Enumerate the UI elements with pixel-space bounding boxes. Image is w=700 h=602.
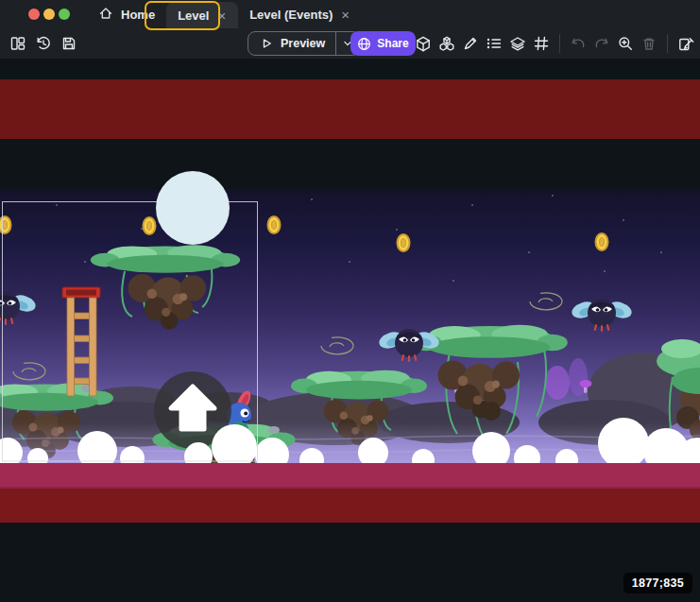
tab-level-close-icon[interactable]: × xyxy=(216,9,227,23)
coin[interactable] xyxy=(144,217,156,234)
undo-button[interactable] xyxy=(568,32,589,55)
share-label: Share xyxy=(377,37,408,50)
coin[interactable] xyxy=(268,216,281,233)
object-groups-button[interactable] xyxy=(436,32,457,55)
tab-level-label: Level xyxy=(178,9,209,23)
globe-icon xyxy=(357,37,371,51)
coin[interactable] xyxy=(0,216,11,233)
tab-level-events-label: Level (Events) xyxy=(249,8,333,22)
objects-panel-button[interactable] xyxy=(413,32,434,55)
tab-bar: Home Level × Level (Events) × xyxy=(87,0,362,28)
scene-top-red-bar xyxy=(0,79,700,139)
properties-button[interactable] xyxy=(460,32,481,55)
toolbar: Preview Share xyxy=(0,28,700,59)
project-manager-button[interactable] xyxy=(8,32,28,55)
cursor-coordinates-badge: 1877;835 xyxy=(623,573,692,593)
gdevelop-window: Home Level × Level (Events) × xyxy=(0,0,700,602)
preview-label: Preview xyxy=(281,37,325,50)
moon[interactable] xyxy=(156,171,230,245)
redo-button[interactable] xyxy=(591,32,612,55)
instances-list-button[interactable] xyxy=(484,32,504,55)
share-button[interactable]: Share xyxy=(350,31,416,56)
save-button[interactable] xyxy=(59,32,79,55)
coin[interactable] xyxy=(398,234,410,251)
toolbar-separator xyxy=(559,34,560,53)
tab-home-label: Home xyxy=(121,8,155,22)
layers-button[interactable] xyxy=(507,32,528,55)
traffic-light-close[interactable] xyxy=(28,9,40,20)
tab-level-events[interactable]: Level (Events) × xyxy=(238,0,362,28)
toolbar-separator xyxy=(667,34,668,53)
edit-scene-button[interactable] xyxy=(675,32,696,55)
title-bar: Home Level × Level (Events) × xyxy=(0,0,700,28)
scene-ground-pink-strip xyxy=(0,462,700,487)
delete-button[interactable] xyxy=(639,32,659,55)
play-icon xyxy=(259,36,274,51)
traffic-light-minimize[interactable] xyxy=(43,9,55,20)
preview-button[interactable]: Preview xyxy=(248,31,360,56)
tab-level[interactable]: Level × xyxy=(166,2,238,28)
tab-level-events-close-icon[interactable]: × xyxy=(340,8,350,22)
scene-ground-red-bar xyxy=(0,487,700,523)
grid-button[interactable] xyxy=(531,32,552,55)
scene-canvas[interactable] xyxy=(0,139,700,463)
home-icon xyxy=(98,6,113,24)
preview-button-main[interactable]: Preview xyxy=(248,32,335,55)
tab-home[interactable]: Home xyxy=(87,0,166,28)
zoom-button[interactable] xyxy=(615,32,636,55)
coin[interactable] xyxy=(596,233,608,250)
traffic-light-zoom[interactable] xyxy=(59,9,70,20)
history-button[interactable] xyxy=(33,32,54,55)
